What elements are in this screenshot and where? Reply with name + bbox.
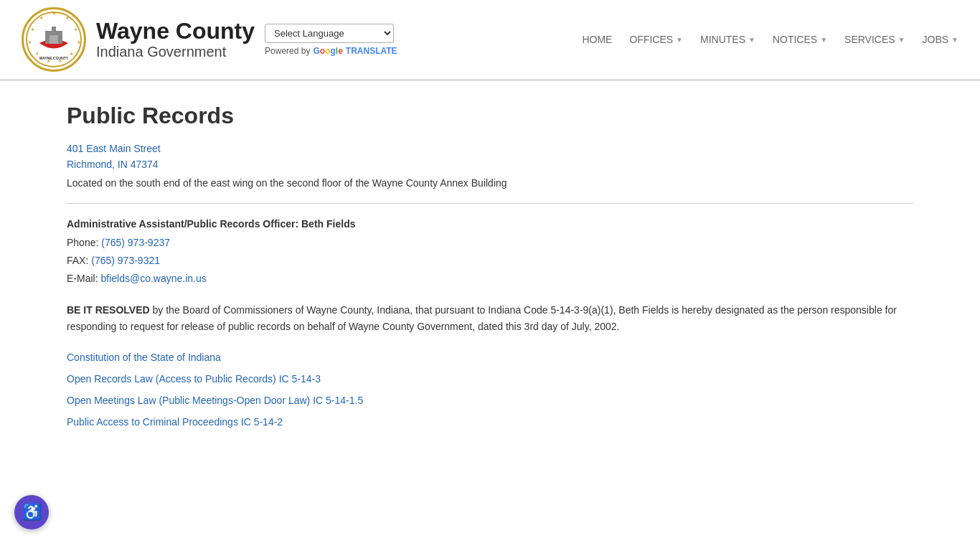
fax-link[interactable]: (765) 973-9321: [91, 255, 160, 266]
nav-services[interactable]: SERVICES ▼: [844, 31, 905, 48]
site-header: ★ ★ ★ ★ ★ ★ ★ ★ ★ ★ ★: [0, 0, 980, 80]
translate-word: TRANSLATE: [346, 46, 397, 56]
powered-by-text: Powered by: [265, 46, 310, 56]
section-divider-1: [67, 203, 913, 204]
contact-section: Administrative Assistant/Public Records …: [67, 218, 913, 288]
links-section: Constitution of the State of Indiana Ope…: [67, 352, 913, 428]
nav-notices[interactable]: NOTICES ▼: [773, 31, 827, 48]
email-link[interactable]: bfields@co.wayne.in.us: [100, 273, 206, 284]
link-constitution[interactable]: Constitution of the State of Indiana: [67, 352, 913, 363]
fax-label: FAX:: [67, 255, 88, 266]
svg-text:★: ★: [74, 27, 77, 32]
email-label: E-Mail:: [67, 273, 98, 284]
google-logo: Google: [313, 46, 342, 56]
svg-text:★: ★: [52, 11, 56, 16]
link-open-meetings[interactable]: Open Meetings Law (Public Meetings-Open …: [67, 395, 913, 406]
phone-link[interactable]: (765) 973-9237: [101, 237, 170, 248]
fax-row: FAX: (765) 973-9321: [67, 252, 913, 270]
svg-text:★: ★: [31, 27, 34, 32]
svg-text:WAYNE COUNTY: WAYNE COUNTY: [39, 56, 69, 60]
chevron-down-icon: ▼: [898, 36, 905, 44]
link-criminal-proceedings[interactable]: Public Access to Criminal Proceedings IC…: [67, 416, 913, 428]
nav-jobs[interactable]: JOBS ▼: [923, 31, 958, 48]
email-row: E-Mail: bfields@co.wayne.in.us: [67, 270, 913, 288]
chevron-down-icon: ▼: [676, 36, 683, 44]
main-nav: HOME OFFICES ▼ MINUTES ▼ NOTICES ▼ SERVI…: [582, 31, 958, 48]
phone-row: Phone: (765) 973-9237: [67, 234, 913, 252]
nav-minutes[interactable]: MINUTES ▼: [700, 31, 755, 48]
resolution-bold: BE IT RESOLVED: [67, 304, 150, 316]
language-select[interactable]: Select Language: [265, 24, 394, 43]
contact-title: Administrative Assistant/Public Records …: [67, 218, 913, 230]
page-title: Public Records: [67, 103, 913, 129]
svg-text:★: ★: [77, 40, 80, 44]
svg-text:★: ★: [39, 16, 43, 20]
address-line2-link[interactable]: Richmond, IN 47374: [67, 156, 913, 172]
site-logo: ★ ★ ★ ★ ★ ★ ★ ★ ★ ★ ★: [22, 7, 86, 72]
nav-offices[interactable]: OFFICES ▼: [629, 31, 683, 48]
phone-label: Phone:: [67, 237, 98, 248]
resolution-section: BE IT RESOLVED by the Board of Commissio…: [67, 302, 913, 334]
svg-rect-13: [50, 35, 58, 44]
svg-text:★: ★: [70, 52, 73, 56]
resolution-body: by the Board of Commissioners of Wayne C…: [67, 304, 897, 331]
svg-text:★: ★: [35, 52, 39, 56]
address-line1-link[interactable]: 401 East Main Street: [67, 141, 913, 156]
svg-text:★: ★: [65, 16, 69, 20]
nav-home[interactable]: HOME: [582, 31, 612, 48]
location-text: Located on the south end of the east win…: [67, 177, 913, 189]
svg-rect-14: [52, 27, 56, 32]
site-title-main: Wayne County: [96, 19, 255, 44]
chevron-down-icon: ▼: [748, 36, 755, 44]
main-content: Public Records 401 East Main Street Rich…: [24, 81, 956, 456]
svg-text:★: ★: [28, 40, 32, 44]
site-title: Wayne County Indiana Government: [96, 19, 255, 60]
site-title-sub: Indiana Government: [96, 44, 255, 60]
translate-area: Select Language Powered by Google TRANSL…: [265, 24, 408, 56]
chevron-down-icon: ▼: [820, 36, 827, 44]
powered-by: Powered by Google TRANSLATE: [265, 46, 408, 56]
resolution-text: BE IT RESOLVED by the Board of Commissio…: [67, 302, 913, 334]
link-open-records[interactable]: Open Records Law (Access to Public Recor…: [67, 373, 913, 385]
logo-svg: ★ ★ ★ ★ ★ ★ ★ ★ ★ ★ ★: [25, 11, 83, 68]
chevron-down-icon: ▼: [951, 36, 958, 44]
logo-area: ★ ★ ★ ★ ★ ★ ★ ★ ★ ★ ★: [22, 7, 408, 72]
